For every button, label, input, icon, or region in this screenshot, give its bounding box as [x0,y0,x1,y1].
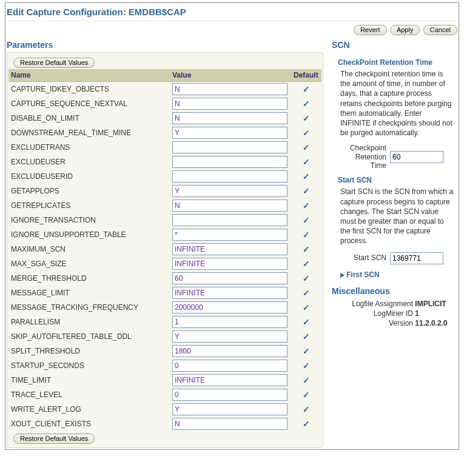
parameters-heading: Parameters [7,39,323,52]
version-row: Version 11.2.0.2.0 [332,319,457,327]
restore-defaults-bottom-button[interactable]: Restore Default Values [13,434,95,444]
check-icon: ✓ [303,128,310,138]
table-row: MESSAGE_TRACKING_FREQUENCY✓ [8,300,321,315]
check-icon: ✓ [303,346,310,356]
startscn-label: Start SCN [346,253,390,262]
startscn-desc: Start SCN is the SCN from which a captur… [332,187,457,249]
check-icon: ✓ [303,390,310,400]
param-value-input[interactable] [172,374,287,386]
table-row: SKIP_AUTOFILTERED_TABLE_DDL✓ [8,329,321,344]
param-value-input[interactable] [172,185,287,197]
param-value-input[interactable] [172,170,287,183]
start-scn-input[interactable] [390,252,443,264]
param-value-input[interactable] [172,258,287,270]
apply-button[interactable]: Apply [390,25,420,35]
param-value-input[interactable] [172,403,287,415]
col-default-header: Default [291,69,321,82]
check-icon: ✓ [303,244,310,254]
check-icon: ✓ [303,99,310,109]
param-value-input[interactable] [172,360,287,372]
check-icon: ✓ [303,419,310,429]
param-value-input[interactable] [172,112,287,124]
param-value-input[interactable] [172,301,287,313]
table-row: MESSAGE_LIMIT✓ [8,286,321,300]
revert-button[interactable]: Revert [354,25,386,35]
table-row: MERGE_THRESHOLD✓ [8,271,321,286]
col-value-header: Value [170,69,291,82]
check-icon: ✓ [303,332,310,341]
restore-defaults-top-button[interactable]: Restore Default Values [13,58,95,68]
param-value-input[interactable] [172,316,287,328]
table-row: EXCLUDEUSERID✓ [8,169,321,184]
param-name: MERGE_THRESHOLD [8,271,170,286]
first-scn-link[interactable]: First SCN [332,270,457,279]
param-name: WRITE_ALERT_LOG [8,402,170,417]
table-row: STARTUP_SECONDS✓ [8,358,321,373]
param-value-input[interactable] [172,229,287,241]
check-icon: ✓ [303,259,310,269]
table-row: EXCLUDETRANS✓ [8,140,321,155]
check-icon: ✓ [303,303,310,312]
check-icon: ✓ [303,157,310,167]
table-row: TRACE_LEVEL✓ [8,387,321,402]
table-row: XOUT_CLIENT_EXISTS✓ [8,417,321,431]
page-title: Edit Capture Configuration: EMDBB$CAP [7,4,457,21]
param-name: GETREPLICATES [8,198,170,213]
checkpoint-heading: CheckPoint Retention Time [332,58,457,69]
param-value-input[interactable] [172,389,287,401]
param-value-input[interactable] [172,345,287,357]
table-row: IGNORE_UNSUPPORTED_TABLE✓ [8,227,321,242]
logfile-row: Logfile Assignment IMPLICIT [332,300,457,308]
check-icon: ✓ [303,172,310,181]
param-value-input[interactable] [172,98,287,110]
parameters-panel: Restore Default Values Name Value Defaul… [7,52,323,448]
param-name: TRACE_LEVEL [8,387,170,402]
col-name-header: Name [8,69,170,82]
param-value-input[interactable] [172,214,287,226]
param-name: CAPTURE_SEQUENCE_NEXTVAL [8,96,170,111]
param-value-input[interactable] [172,418,287,430]
param-name: DISABLE_ON_LIMIT [8,111,170,126]
param-name: SPLIT_THRESHOLD [8,344,170,358]
logminer-row: LogMiner ID 1 [332,309,457,318]
check-icon: ✓ [303,201,310,210]
cancel-button[interactable]: Cancel [423,25,457,35]
table-row: TIME_LIMIT✓ [8,373,321,387]
param-value-input[interactable] [172,330,287,343]
check-icon: ✓ [303,186,310,196]
param-value-input[interactable] [172,199,287,212]
param-name: PARALLELISM [8,315,170,329]
param-value-input[interactable] [172,287,287,299]
param-name: MESSAGE_LIMIT [8,286,170,300]
param-name: STARTUP_SECONDS [8,358,170,373]
param-name: MESSAGE_TRACKING_FREQUENCY [8,300,170,315]
check-icon: ✓ [303,361,310,370]
table-row: GETAPPLOPS✓ [8,184,321,198]
param-name: EXCLUDEUSERID [8,169,170,184]
checkpoint-retention-input[interactable] [390,151,443,163]
param-name: GETAPPLOPS [8,184,170,198]
param-value-input[interactable] [172,141,287,153]
param-value-input[interactable] [172,243,287,255]
table-row: MAXIMUM_SCN✓ [8,242,321,256]
check-icon: ✓ [303,273,310,283]
param-name: MAX_SGA_SIZE [8,256,170,271]
param-value-input[interactable] [172,156,287,168]
check-icon: ✓ [303,317,310,327]
check-icon: ✓ [303,113,310,123]
table-row: PARALLELISM✓ [8,315,321,329]
table-row: WRITE_ALERT_LOG✓ [8,402,321,417]
param-value-input[interactable] [172,127,287,139]
check-icon: ✓ [303,230,310,240]
param-value-input[interactable] [172,272,287,284]
checkpoint-label: Checkpoint Retention Time [346,144,390,170]
param-name: TIME_LIMIT [8,373,170,387]
check-icon: ✓ [303,142,310,152]
startscn-heading: Start SCN [332,176,457,187]
misc-heading: Miscellaneous [332,285,457,298]
table-row: MAX_SGA_SIZE✓ [8,256,321,271]
table-row: SPLIT_THRESHOLD✓ [8,344,321,358]
param-value-input[interactable] [172,83,287,95]
arrow-right-icon [340,273,345,278]
param-name: IGNORE_UNSUPPORTED_TABLE [8,227,170,242]
